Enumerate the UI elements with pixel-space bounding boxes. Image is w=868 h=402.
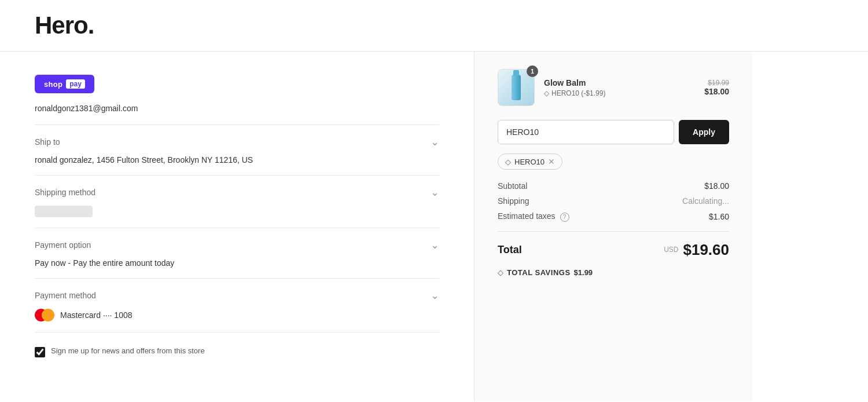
payment-option-chevron-icon: ⌄ <box>431 239 439 251</box>
ship-to-content: ronald gonzalez, 1456 Fulton Street, Bro… <box>35 155 439 165</box>
payment-method-section: Payment method ⌄ Mastercard ···· 1008 <box>35 279 439 332</box>
product-price-col: $19.99 $18.00 <box>704 79 729 96</box>
payment-method-chevron-icon: ⌄ <box>431 289 439 302</box>
taxes-label: Estimated taxes ? <box>498 211 569 222</box>
product-row: 1 Glow Balm ◇ HERO10 (-$1.99) $19.99 $18… <box>498 69 729 106</box>
ship-to-address: ronald gonzalez, 1456 Fulton Street, Bro… <box>35 155 253 165</box>
right-panel: 1 Glow Balm ◇ HERO10 (-$1.99) $19.99 $18… <box>475 52 752 401</box>
payment-method-label: Payment method <box>35 291 96 300</box>
mastercard-icon <box>35 309 54 321</box>
coupon-tag-icon: ◇ <box>505 158 511 166</box>
shipping-label: Shipping <box>498 196 529 206</box>
discount-tag-icon: ◇ <box>544 89 549 97</box>
taxes-value: $1.60 <box>709 212 729 221</box>
payment-option-header[interactable]: Payment option ⌄ <box>35 239 439 251</box>
shipping-method-skeleton <box>35 206 93 217</box>
site-header: Hero. <box>0 0 868 52</box>
ship-to-chevron-icon: ⌄ <box>431 136 439 148</box>
newsletter-checkbox-section: Sign me up for news and offers from this… <box>35 346 439 357</box>
payment-option-value: Pay now - Pay the entire amount today <box>35 258 174 268</box>
savings-amount: $1.99 <box>574 268 593 277</box>
savings-tag-icon: ◇ <box>498 268 503 277</box>
product-image-container: 1 <box>498 69 535 106</box>
card-number-text: Mastercard ···· 1008 <box>60 310 133 320</box>
total-currency: USD <box>664 246 678 254</box>
apply-button[interactable]: Apply <box>679 120 729 144</box>
summary-divider <box>498 231 729 232</box>
original-price: $19.99 <box>704 79 729 87</box>
subtotal-row: Subtotal $18.00 <box>498 181 729 191</box>
shipping-method-chevron-icon: ⌄ <box>431 186 439 199</box>
ship-to-header[interactable]: Ship to ⌄ <box>35 136 439 148</box>
coupon-tag: ◇ HERO10 ✕ <box>498 154 562 170</box>
ship-to-section: Ship to ⌄ ronald gonzalez, 1456 Fulton S… <box>35 125 439 176</box>
total-value-group: USD $19.60 <box>664 241 729 259</box>
savings-row: ◇ TOTAL SAVINGS $1.99 <box>498 268 729 277</box>
product-discount-text: HERO10 (-$1.99) <box>551 89 605 97</box>
payment-option-content: Pay now - Pay the entire amount today <box>35 258 439 268</box>
shipping-method-section: Shipping method ⌄ <box>35 176 439 228</box>
total-amount: $19.60 <box>683 241 729 259</box>
product-discount-row: ◇ HERO10 (-$1.99) <box>544 89 695 97</box>
discount-code-input[interactable] <box>498 120 674 144</box>
coupon-code-text: HERO10 <box>514 158 545 166</box>
subtotal-label: Subtotal <box>498 181 527 191</box>
taxes-info-icon[interactable]: ? <box>560 213 569 222</box>
shipping-method-header[interactable]: Shipping method ⌄ <box>35 186 439 199</box>
payment-method-card-row: Mastercard ···· 1008 <box>35 309 439 321</box>
left-panel: shop pay ronaldgonz1381@gmail.com Ship t… <box>0 52 475 401</box>
discount-row: Apply <box>498 120 729 144</box>
total-row: Total USD $19.60 <box>498 241 729 259</box>
shop-pay-button[interactable]: shop pay <box>35 75 94 93</box>
site-logo: Hero. <box>35 12 833 39</box>
ship-to-label: Ship to <box>35 137 60 147</box>
shop-pay-shop-label: shop <box>44 80 62 89</box>
taxes-row: Estimated taxes ? $1.60 <box>498 211 729 222</box>
shipping-row: Shipping Calculating... <box>498 196 729 206</box>
mc-yellow-circle <box>42 309 54 321</box>
newsletter-checkbox[interactable] <box>35 347 45 357</box>
savings-label: TOTAL SAVINGS <box>507 268 571 277</box>
shipping-value: Calculating... <box>682 196 729 206</box>
email-display: ronaldgonz1381@gmail.com <box>35 104 439 113</box>
total-label: Total <box>498 244 522 256</box>
payment-method-header[interactable]: Payment method ⌄ <box>35 289 439 302</box>
shipping-method-content <box>35 206 439 217</box>
quantity-badge: 1 <box>527 65 538 77</box>
current-price: $18.00 <box>704 87 729 96</box>
subtotal-value: $18.00 <box>704 181 729 191</box>
main-layout: shop pay ronaldgonz1381@gmail.com Ship t… <box>0 52 868 401</box>
product-info: Glow Balm ◇ HERO10 (-$1.99) <box>544 78 695 97</box>
coupon-remove-button[interactable]: ✕ <box>548 157 555 166</box>
payment-method-content: Mastercard ···· 1008 <box>35 309 439 321</box>
shop-pay-pay-label: pay <box>66 79 85 89</box>
shipping-method-label: Shipping method <box>35 188 95 197</box>
payment-option-section: Payment option ⌄ Pay now - Pay the entir… <box>35 228 439 279</box>
product-bottle-visual <box>512 75 521 100</box>
payment-option-label: Payment option <box>35 240 91 250</box>
product-name: Glow Balm <box>544 78 695 87</box>
newsletter-label: Sign me up for news and offers from this… <box>51 346 205 355</box>
